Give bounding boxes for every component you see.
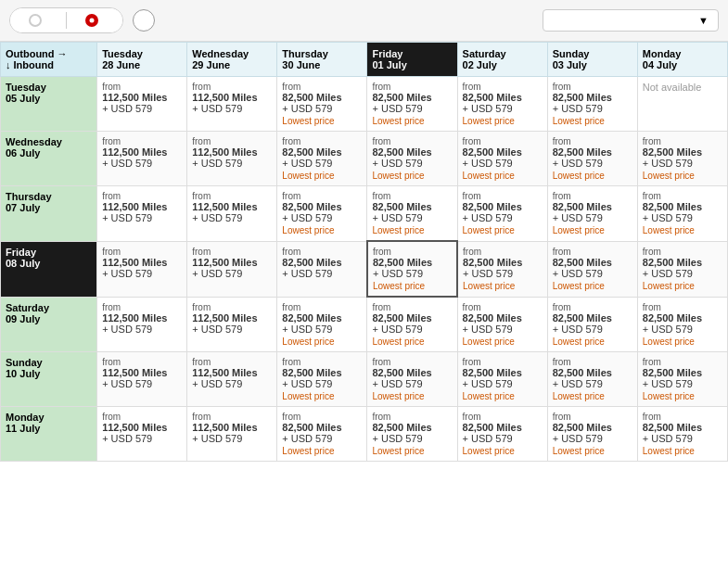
from-label: from (553, 247, 632, 257)
miles-value: 82,500 Miles (643, 422, 722, 433)
lowest-price-badge: Lowest price (282, 446, 362, 456)
cell-r3-c4[interactable]: from82,500 Miles+ USD 579Lowest price (457, 241, 547, 297)
cell-r5-c3[interactable]: from82,500 Miles+ USD 579Lowest price (367, 352, 457, 407)
cell-r3-c5[interactable]: from82,500 Miles+ USD 579Lowest price (547, 241, 637, 297)
cell-r3-c2[interactable]: from82,500 Miles+ USD 579 (277, 241, 367, 297)
cell-r3-c0[interactable]: from112,500 Miles+ USD 579 (97, 241, 187, 297)
cell-r1-c0[interactable]: from112,500 Miles+ USD 579 (97, 132, 187, 186)
cell-r0-c2[interactable]: from82,500 Miles+ USD 579Lowest price (277, 77, 367, 132)
col-header-2[interactable]: Thursday30 June (277, 43, 367, 77)
cell-content: from82,500 Miles+ USD 579Lowest price (282, 357, 362, 401)
cell-content: from82,500 Miles+ USD 579Lowest price (553, 357, 632, 401)
usd-value: + USD 579 (282, 378, 362, 389)
cell-r2-c5[interactable]: from82,500 Miles+ USD 579Lowest price (547, 186, 637, 242)
lowest-price-badge: Lowest price (282, 116, 362, 126)
col-header-3[interactable]: Friday01 July (367, 43, 457, 77)
cell-r2-c2[interactable]: from82,500 Miles+ USD 579Lowest price (277, 186, 367, 242)
chevron-down-icon: ▼ (698, 15, 709, 26)
cell-r0-c1[interactable]: from112,500 Miles+ USD 579 (187, 77, 277, 132)
cell-r1-c1[interactable]: from112,500 Miles+ USD 579 (187, 132, 277, 186)
cell-r6-c0[interactable]: from112,500 Miles+ USD 579 (97, 407, 187, 462)
cell-r1-c6[interactable]: from82,500 Miles+ USD 579Lowest price (637, 132, 727, 186)
cell-r5-c1[interactable]: from112,500 Miles+ USD 579 (187, 352, 277, 407)
miles-value: 82,500 Miles (282, 92, 362, 103)
payment-toggle[interactable] (9, 7, 123, 33)
cell-r0-c5[interactable]: from82,500 Miles+ USD 579Lowest price (547, 77, 637, 132)
cash-toggle-btn[interactable] (10, 8, 66, 32)
cell-r3-c1[interactable]: from112,500 Miles+ USD 579 (187, 241, 277, 297)
cell-r2-c4[interactable]: from82,500 Miles+ USD 579Lowest price (457, 186, 547, 242)
cell-r6-c3[interactable]: from82,500 Miles+ USD 579Lowest price (367, 407, 457, 462)
cell-r0-c6[interactable]: Not available (637, 77, 727, 132)
lowest-price-badge: Lowest price (553, 171, 632, 181)
cell-content: from82,500 Miles+ USD 579Lowest price (282, 82, 362, 126)
from-label: from (192, 357, 272, 367)
cell-r6-c6[interactable]: from82,500 Miles+ USD 579Lowest price (637, 407, 727, 462)
col-date: 04 July (643, 59, 677, 70)
cell-r5-c4[interactable]: from82,500 Miles+ USD 579Lowest price (457, 352, 547, 407)
cell-r3-c6[interactable]: from82,500 Miles+ USD 579Lowest price (637, 241, 727, 297)
cell-r3-c3[interactable]: from82,500 Miles+ USD 579Lowest price (367, 241, 457, 297)
cell-r1-c3[interactable]: from82,500 Miles+ USD 579Lowest price (367, 132, 457, 186)
lowest-price-badge: Lowest price (282, 336, 362, 347)
cell-content: from82,500 Miles+ USD 579Lowest price (553, 247, 632, 291)
usd-value: + USD 579 (553, 324, 632, 335)
col-header-5[interactable]: Sunday03 July (547, 43, 637, 77)
usd-value: + USD 579 (282, 324, 362, 335)
cell-r1-c2[interactable]: from82,500 Miles+ USD 579Lowest price (277, 132, 367, 186)
cell-r1-c5[interactable]: from82,500 Miles+ USD 579Lowest price (547, 132, 637, 186)
usd-value: + USD 579 (643, 433, 722, 444)
miles-value: 82,500 Miles (553, 92, 632, 103)
row-day: Saturday (6, 302, 49, 313)
cell-r4-c5[interactable]: from82,500 Miles+ USD 579Lowest price (547, 297, 637, 352)
cell-r5-c5[interactable]: from82,500 Miles+ USD 579Lowest price (547, 352, 637, 407)
from-label: from (192, 136, 272, 146)
cell-r2-c6[interactable]: from82,500 Miles+ USD 579Lowest price (637, 186, 727, 242)
outbound-label: Outbound → (6, 48, 68, 59)
lowest-price-badge: Lowest price (643, 281, 722, 291)
cell-r6-c4[interactable]: from82,500 Miles+ USD 579Lowest price (457, 407, 547, 462)
usd-value: + USD 579 (192, 378, 272, 389)
cell-content: from82,500 Miles+ USD 579Lowest price (643, 302, 722, 347)
cell-r4-c2[interactable]: from82,500 Miles+ USD 579Lowest price (277, 297, 367, 352)
cell-r0-c4[interactable]: from82,500 Miles+ USD 579Lowest price (457, 77, 547, 132)
col-header-6[interactable]: Monday04 July (637, 43, 727, 77)
cell-r0-c3[interactable]: from82,500 Miles+ USD 579Lowest price (367, 77, 457, 132)
from-label: from (372, 357, 452, 367)
also-see-dropdown[interactable]: ▼ (543, 9, 719, 32)
cell-r2-c3[interactable]: from82,500 Miles+ USD 579Lowest price (367, 186, 457, 242)
col-header-1[interactable]: Wednesday29 June (187, 43, 277, 77)
miles-value: 112,500 Miles (102, 422, 182, 433)
cell-r2-c0[interactable]: from112,500 Miles+ USD 579 (97, 186, 187, 242)
from-label: from (553, 191, 632, 201)
lowest-price-badge: Lowest price (373, 281, 452, 291)
cell-r5-c6[interactable]: from82,500 Miles+ USD 579Lowest price (637, 352, 727, 407)
cell-r6-c2[interactable]: from82,500 Miles+ USD 579Lowest price (277, 407, 367, 462)
info-button[interactable] (133, 9, 155, 32)
miles-value: 82,500 Miles (463, 146, 543, 158)
miles-value: 82,500 Miles (553, 367, 632, 378)
miles-toggle-btn[interactable] (67, 8, 122, 32)
cell-r5-c0[interactable]: from112,500 Miles+ USD 579 (97, 352, 187, 407)
from-label: from (643, 412, 722, 422)
cell-r4-c1[interactable]: from112,500 Miles+ USD 579 (187, 297, 277, 352)
cell-r1-c4[interactable]: from82,500 Miles+ USD 579Lowest price (457, 132, 547, 186)
cell-r6-c1[interactable]: from112,500 Miles+ USD 579 (187, 407, 277, 462)
usd-value: + USD 579 (372, 212, 452, 223)
lowest-price-badge: Lowest price (643, 391, 722, 401)
cell-r0-c0[interactable]: from112,500 Miles+ USD 579 (97, 77, 187, 132)
cell-r2-c1[interactable]: from112,500 Miles+ USD 579 (187, 186, 277, 242)
cell-r5-c2[interactable]: from82,500 Miles+ USD 579Lowest price (277, 352, 367, 407)
col-header-0[interactable]: Tuesday28 June (97, 43, 187, 77)
cell-content: from82,500 Miles+ USD 579Lowest price (643, 136, 722, 181)
cell-r4-c4[interactable]: from82,500 Miles+ USD 579Lowest price (457, 297, 547, 352)
miles-value: 82,500 Miles (282, 146, 362, 158)
from-label: from (553, 136, 632, 146)
cell-r4-c0[interactable]: from112,500 Miles+ USD 579 (97, 297, 187, 352)
lowest-price-badge: Lowest price (463, 225, 543, 235)
cell-r4-c3[interactable]: from82,500 Miles+ USD 579Lowest price (367, 297, 457, 352)
usd-value: + USD 579 (282, 158, 362, 169)
cell-r4-c6[interactable]: from82,500 Miles+ USD 579Lowest price (637, 297, 727, 352)
col-header-4[interactable]: Saturday02 July (457, 43, 547, 77)
cell-r6-c5[interactable]: from82,500 Miles+ USD 579Lowest price (547, 407, 637, 462)
